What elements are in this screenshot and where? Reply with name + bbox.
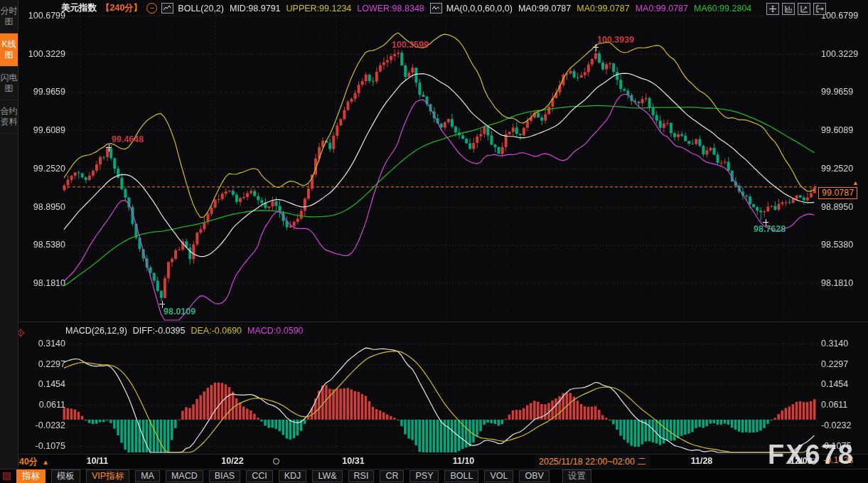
macd-header: MACD(26,12,9)DIFF:-0.0395DEA:-0.0690MACD… <box>65 326 304 336</box>
price-axis-label: 98.5380 <box>821 240 853 250</box>
fx678-watermark: FX678 <box>768 440 854 470</box>
corner-icon[interactable] <box>3 472 11 480</box>
toolbar-button[interactable]: VIP指标 <box>86 469 129 483</box>
price-axis-label: 98.1810 <box>33 278 65 288</box>
toolbar-button[interactable]: CCI <box>246 470 273 482</box>
price-annotation: 99.4648 <box>112 134 144 144</box>
toolbar-button[interactable]: 指标 <box>16 469 45 483</box>
toolbar-button[interactable]: OBV <box>519 470 549 482</box>
price-axis-label: 99.2520 <box>33 164 65 174</box>
date-tick: 11/28 <box>691 456 713 466</box>
cursor-date-label: 2025/11/18 22:00~02:00 二 <box>535 455 650 469</box>
price-annotation: 100.3599 <box>392 40 429 50</box>
price-axis-label: 99.2520 <box>821 164 853 174</box>
chart-header: 美元指数 【240分】 − BOLL(20,2)MID:98.9791UPPER… <box>61 2 753 14</box>
price-annotation: 100.3939 <box>597 35 634 45</box>
macd-value: MACD:0.0590 <box>247 326 304 336</box>
trading-app-window: 分时图K线图闪电图合约资料 美元指数 【240分】 − BOLL(20,2)MI… <box>0 0 868 483</box>
toolbar-button[interactable]: BOLL <box>444 470 478 482</box>
indicator-toolbar: 指标模板VIP指标MAMACDBIASCCIKDJLW&RSICRPSYBOLL… <box>0 469 868 483</box>
macd-axis-label: 0.3140 <box>821 339 848 349</box>
macd-value: DIFF:-0.0395 <box>133 326 186 336</box>
expand-right-icon[interactable] <box>813 3 826 15</box>
toolbar-button[interactable]: KDJ <box>279 470 307 482</box>
ma-value: MA0:99.0787 <box>636 4 688 14</box>
macd-axis-label: 0.3140 <box>38 339 65 349</box>
date-tick: 10/31 <box>342 456 364 466</box>
ma-value: MA(0,0,0,60,0,0) <box>446 4 513 14</box>
macd-value: MACD(26,12,9) <box>65 326 127 336</box>
price-axis-label: 98.5380 <box>33 240 65 250</box>
macd-axis-label: 0.1454 <box>821 379 848 389</box>
toolbar-button[interactable]: MA <box>135 470 160 482</box>
macd-axis-label: 0.1454 <box>38 379 65 389</box>
macd-axis-label: -0.1075 <box>36 441 65 451</box>
chart-tools <box>766 3 826 15</box>
date-tick: 10/11 <box>87 456 109 466</box>
price-axis-label: 98.1810 <box>821 278 853 288</box>
y-scale-icon[interactable] <box>782 3 795 15</box>
collapse-icon[interactable]: − <box>146 3 157 14</box>
chart-canvas[interactable] <box>0 0 868 483</box>
toolbar-button[interactable]: MACD <box>166 470 203 482</box>
toolbar-button[interactable]: LW& <box>312 470 342 482</box>
boll-value: BOLL(20,2) <box>178 4 224 14</box>
macd-axis-label: -0.0232 <box>821 420 851 430</box>
date-tick: 10/22 <box>221 456 243 466</box>
ma-value: MA60:99.2804 <box>694 4 751 14</box>
boll-value: MID:98.9791 <box>230 4 281 14</box>
toolbar-button[interactable]: PSY <box>409 470 439 482</box>
indicator-chart-icon[interactable] <box>430 3 442 14</box>
ma-value: MA0:99.0787 <box>518 4 571 14</box>
price-axis-label: 98.8950 <box>821 202 853 212</box>
chart-type-sidebar: 分时图K线图闪电图合约资料 <box>0 0 18 483</box>
macd-value: DEA:-0.0690 <box>191 326 242 336</box>
price-axis-label: 99.6089 <box>33 125 65 135</box>
indicator-chart-icon[interactable] <box>161 3 173 14</box>
price-axis-label: 99.6089 <box>821 125 853 135</box>
sidebar-tab[interactable]: K线图 <box>0 33 18 67</box>
sidebar-tab[interactable]: 分时图 <box>0 0 18 33</box>
macd-axis-label: 0.0611 <box>39 400 65 410</box>
boll-value: LOWER:98.8348 <box>357 4 424 14</box>
price-axis-label: 100.6799 <box>821 11 858 21</box>
macd-axis-label: 0.2297 <box>38 359 65 369</box>
price-axis-label: 100.3229 <box>821 49 858 59</box>
toolbar-button[interactable]: CR <box>380 470 404 482</box>
price-axis-label: 99.9659 <box>821 87 853 97</box>
toolbar-button[interactable]: BIAS <box>209 470 241 482</box>
toolbar-button[interactable]: RSI <box>348 470 375 482</box>
macd-axis-label: 0.2297 <box>821 359 848 369</box>
price-arrow-icon: ▲ <box>852 179 859 186</box>
moon-phase-icon <box>273 458 279 465</box>
price-annotation: 98.0109 <box>164 307 195 317</box>
price-annotation: 98.7628 <box>754 224 786 234</box>
macd-axis-label: 0.0611 <box>821 400 847 410</box>
sidebar-tab[interactable]: 闪电图 <box>0 67 18 100</box>
symbol-name: 美元指数 <box>61 2 97 14</box>
current-price-badge: 99.0787 <box>818 187 857 199</box>
chevron-up-icon: ▲ <box>42 458 49 466</box>
toolbar-button[interactable]: 设置 <box>562 469 591 483</box>
date-tick: 11/10 <box>453 456 475 466</box>
period-label: 【240分】 <box>101 2 142 14</box>
boll-value: UPPER:99.1234 <box>286 4 352 14</box>
toolbar-button[interactable]: VOL <box>484 470 513 482</box>
macd-axis-label: -0.0232 <box>36 420 65 430</box>
price-axis-label: 99.9659 <box>33 87 65 97</box>
toolbar-button[interactable]: 模板 <box>51 469 80 483</box>
x-scale-icon[interactable] <box>798 3 810 15</box>
price-axis-label: 100.3229 <box>28 49 65 59</box>
time-axis: 240分▲ 10/1110/2210/3111/1011/2812/08 202… <box>18 454 868 469</box>
period-badge[interactable]: 240分▲ <box>14 456 49 468</box>
ma-value: MA0:99.0787 <box>577 4 629 14</box>
sidebar-tab[interactable]: 合约资料 <box>0 100 18 134</box>
crosshair-icon[interactable] <box>766 3 779 15</box>
price-axis-label: 98.8950 <box>33 202 65 212</box>
price-axis-label: 100.6799 <box>28 11 65 21</box>
